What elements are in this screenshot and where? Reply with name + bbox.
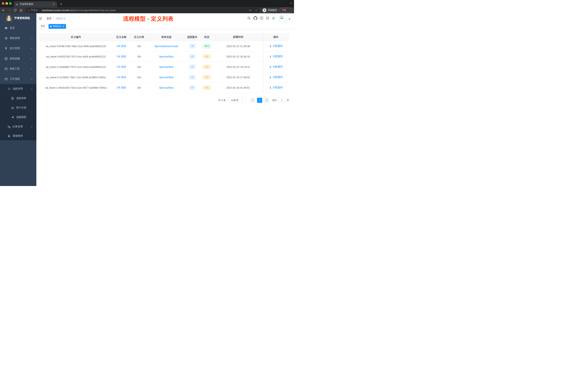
definition-category: OA (130, 82, 148, 93)
deploy-time: 2022-01-16 01:40:51 (214, 82, 263, 93)
assign-rule-button[interactable]: 分配规则 (269, 55, 283, 58)
github-icon[interactable] (253, 16, 257, 20)
table-header-row: 定义编号 定义名称 定义分类 表单信息 流程版本 状态 部署时间 操作 (39, 33, 289, 41)
security-label[interactable]: 不安全 (31, 9, 38, 12)
sidebar-item-devtools[interactable]: 研发工具 (0, 64, 36, 74)
sidebar-item-home[interactable]: 首页 (0, 23, 36, 33)
assign-rule-button[interactable]: 分配规则 (269, 86, 283, 89)
col-status: 状态 (200, 33, 214, 41)
definition-name-link[interactable]: OA 请假 (117, 76, 126, 79)
forward-icon[interactable] (8, 9, 11, 12)
user-avatar[interactable] (279, 15, 287, 22)
help-icon[interactable]: ? (260, 16, 263, 20)
sidebar-item-task-management[interactable]: 任务管理 (0, 122, 36, 131)
form-info-link[interactable]: /bpm/oa/flow (159, 86, 173, 89)
sidebar-item-process-form[interactable]: 流程表单 (0, 94, 36, 103)
tab-close-icon[interactable]: ✕ (52, 3, 55, 6)
fullscreen-icon[interactable] (266, 16, 269, 20)
deploy-time: 2022-01-22 21:48:38 (214, 41, 263, 51)
search-icon[interactable] (247, 16, 251, 20)
form-info-link[interactable]: /bpm/oa/leave/create (155, 45, 178, 48)
page-content: 定义编号 定义名称 定义分类 表单信息 流程版本 状态 部署时间 操作 oa_l… (36, 29, 294, 186)
avatar-dropdown-caret-icon[interactable] (289, 19, 290, 20)
font-size-icon[interactable]: TT (272, 17, 275, 20)
sidebar-item-infrastructure[interactable]: 基础设施 (0, 54, 36, 64)
user-icon (7, 134, 10, 138)
breadcrumb-home[interactable]: 首页 (47, 17, 52, 20)
reload-icon[interactable] (13, 9, 17, 12)
definition-id: oa_leave:2:3c1f0ef1-76b1-11ec-9c66-a2380… (39, 72, 113, 82)
sidebar-item-label: 系统管理 (10, 37, 20, 40)
sidebar-item-label: 流程管理 (12, 87, 23, 90)
tab-search-chevron-icon[interactable] (290, 2, 292, 4)
breadcrumb-current: 流程定义 (56, 17, 66, 20)
definition-category: OA (130, 72, 148, 82)
assign-rule-button[interactable]: 分配规则 (269, 76, 283, 79)
chevron-down-icon (242, 100, 243, 101)
prev-page-button[interactable] (250, 98, 255, 103)
toolbox-icon (4, 77, 8, 81)
sidebar: 芋道管理系统 首页 系统管理 ¥ 支付管理 基础设施 研发工具 (0, 13, 36, 186)
tag-home[interactable]: 首页 (39, 24, 47, 29)
definition-name-link[interactable]: OA 请假 (117, 55, 126, 58)
page-suffix-label: 页 (287, 99, 289, 102)
browser-update-button[interactable]: 更新 ⋮ (280, 8, 292, 13)
back-icon[interactable] (2, 9, 5, 12)
update-label[interactable]: 更新 (282, 9, 286, 12)
svg-text:?: ? (261, 17, 262, 19)
definition-name-link[interactable]: OA 请假 (117, 86, 126, 89)
robot-icon (11, 106, 14, 109)
sidebar-item-process-management[interactable]: 流程管理 (0, 84, 36, 94)
sidebar-logo-row[interactable]: 芋道管理系统 (0, 13, 36, 23)
tag-close-icon[interactable]: ✕ (63, 25, 64, 27)
browser-menu-kebab-icon[interactable]: ⋮ (288, 9, 290, 12)
app-header: 首页/流程定义 流程模型 - 定义列表 ? TT (36, 13, 294, 23)
url-path: /bpm/manager/definition?key=oa_leave (73, 9, 116, 12)
browser-tab[interactable]: 芋道管理系统 ✕ (14, 1, 57, 7)
tag-label: 流程定义 (53, 25, 62, 28)
security-warning-icon: ▲ (28, 9, 30, 11)
new-tab-button[interactable]: + (60, 2, 62, 7)
sidebar-item-system[interactable]: 系统管理 (0, 33, 36, 43)
goto-label: 前往 (272, 99, 277, 102)
assign-rule-button[interactable]: 分配规则 (269, 65, 283, 68)
definition-name-link[interactable]: OA 请假 (117, 65, 126, 68)
page-size-select[interactable]: 10条/页 (228, 98, 246, 103)
window-minimize-button[interactable] (5, 2, 8, 5)
sidebar-item-workflow[interactable]: 工作流程 (0, 74, 36, 84)
next-page-button[interactable] (264, 98, 269, 103)
pagination-total: 共 5 条 (218, 99, 226, 102)
url-omnibox[interactable]: ▲ 不安全 | dashboard.yudao.iocoder.cn/bpm/m… (26, 8, 260, 13)
window-zoom-button[interactable] (9, 2, 12, 5)
definition-category: OA (130, 51, 148, 62)
table-row: oa_leave:3:1fad3d93-7b75-11ec-a3c8-acde4… (39, 62, 289, 72)
status-badge: 挂起 (203, 65, 211, 69)
sidebar-item-process-model[interactable]: 流程模型 (0, 112, 36, 122)
home-icon[interactable] (19, 9, 23, 12)
assign-rule-button[interactable]: 分配规则 (269, 44, 283, 48)
form-info-link[interactable]: /bpm/oa/flow (159, 55, 173, 58)
sidebar-item-leave-query[interactable]: 请假查询 (0, 131, 36, 140)
tag-process-definition[interactable]: 流程定义 ✕ (49, 24, 66, 29)
page-number-active[interactable]: 1 (257, 98, 262, 103)
key-icon[interactable] (249, 9, 252, 12)
definition-id: oa_leave:4:991f2193-7b7f-11ec-a3c8-acde4… (39, 51, 113, 62)
form-info-link[interactable]: /bpm/oa/flow (159, 66, 173, 68)
form-info-link[interactable]: /bpm/oa/flow (159, 76, 173, 79)
form-icon (11, 97, 14, 100)
version-badge: v4 (189, 54, 195, 59)
window-close-button[interactable] (2, 2, 4, 5)
definition-name-link[interactable]: OA 请假 (117, 44, 126, 47)
sidebar-item-payment[interactable]: ¥ 支付管理 (0, 43, 36, 54)
table-row: oa_leave:2:3c1f0ef1-76b1-11ec-9c66-a2380… (39, 72, 289, 82)
red-annotation-title: 流程模型 - 定义列表 (118, 15, 179, 22)
chevron-down-icon (31, 58, 33, 59)
goto-page-input[interactable] (279, 98, 285, 103)
definition-category: OA (130, 62, 148, 72)
chevron-down-icon (31, 38, 33, 39)
sidebar-item-label: 支付管理 (10, 47, 20, 50)
bookmark-star-icon[interactable]: ☆ (255, 9, 257, 12)
version-badge: v1 (189, 85, 195, 90)
sidebar-item-user-group[interactable]: 用户分组 (0, 103, 36, 112)
hamburger-icon[interactable] (39, 17, 42, 20)
